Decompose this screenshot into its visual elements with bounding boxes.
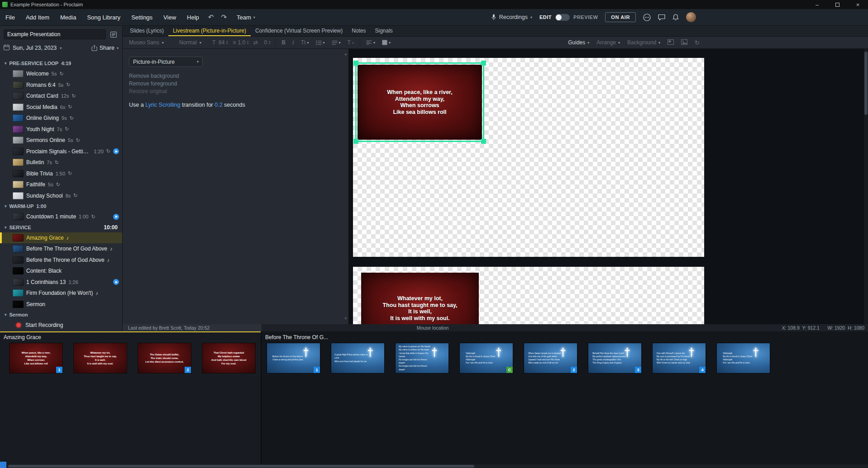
service-item-social-media[interactable]: Social Media6s↻ xyxy=(0,102,122,113)
slide-thumbnail[interactable]: Tho Satan should buffet, Tho trials shou… xyxy=(138,343,191,373)
presentation-list-icon[interactable] xyxy=(109,29,119,39)
minimize-button[interactable]: – xyxy=(807,0,827,9)
service-item-welcome[interactable]: Welcome5s↻ xyxy=(0,68,122,80)
font-family-select[interactable]: Museo Sans ▾ xyxy=(129,39,174,46)
media-placeholder-icon[interactable] xyxy=(681,39,687,46)
menu-item-help[interactable]: Help xyxy=(187,14,199,21)
service-item-content-black[interactable]: Content: Black xyxy=(0,265,122,277)
service-item-amazing-grace[interactable]: Amazing Grace♪ xyxy=(0,232,122,244)
more-options-icon[interactable] xyxy=(643,14,651,21)
fill-color-button[interactable]: ▾ xyxy=(381,40,391,45)
selection-outline[interactable] xyxy=(355,62,484,142)
slide-thumbnail[interactable]: My name is graven on His hands My name i… xyxy=(396,343,448,373)
scroll-down-icon[interactable]: ▾ xyxy=(344,316,347,321)
slide-canvas-2[interactable]: Whatever my lot, Thou hast taught me to … xyxy=(353,267,704,324)
user-avatar[interactable] xyxy=(686,12,696,22)
service-item-firm-foundation-he-won-t[interactable]: Firm Foundation (He Won't)♪ xyxy=(0,288,122,299)
menu-item-add-item[interactable]: Add Item xyxy=(26,14,49,21)
scrollbar-thumb[interactable] xyxy=(8,465,474,468)
service-item-sermon[interactable]: Sermon xyxy=(0,299,122,310)
pip-mode-select[interactable]: Picture-in-Picture ▾ xyxy=(129,57,203,67)
undo-icon[interactable]: ↶ xyxy=(208,13,214,21)
play-button[interactable] xyxy=(113,279,119,285)
service-item-faithlife[interactable]: Faithlife5s↻ xyxy=(0,179,122,190)
resize-handle[interactable] xyxy=(353,139,358,144)
on-air-button[interactable]: ON AIR xyxy=(605,12,636,22)
service-item-contact-card[interactable]: Contact Card12s↻ xyxy=(0,90,122,102)
tab-livestream-picture-in-picture[interactable]: Livestream (Picture-in-Picture) xyxy=(168,25,251,36)
scroll-up-icon[interactable]: ▴ xyxy=(344,52,347,56)
guides-menu[interactable]: Guides ▾ xyxy=(568,39,589,46)
background-menu[interactable]: Background ▾ xyxy=(627,39,660,46)
italic-button[interactable]: I xyxy=(291,39,295,46)
presentation-name-input[interactable] xyxy=(4,29,106,39)
service-item-before-the-throne-of-god-above[interactable]: Before The Throne Of God Above♪ xyxy=(0,243,122,255)
slide-canvas-1[interactable]: When peace, like a river, Attendeth my w… xyxy=(353,58,704,257)
slide-thumbnail[interactable]: When Satan tempts me to despair And tell… xyxy=(524,343,577,373)
play-button[interactable] xyxy=(113,148,119,154)
section-header-service[interactable]: ▾SERVICE10:00 xyxy=(0,222,122,232)
tab-slides-lyrics[interactable]: Slides (Lyrics) xyxy=(125,25,168,36)
pip-video-box[interactable]: Whatever my lot, Thou hast taught me to … xyxy=(361,273,479,324)
spinner-arrows-ic on[interactable]: ▴▾ xyxy=(247,40,248,45)
menu-item-song-library[interactable]: Song Library xyxy=(87,14,120,21)
alignment-button[interactable]: ▾ xyxy=(365,40,376,45)
list-style-button[interactable]: ▾ xyxy=(331,40,342,45)
slide-thumbnail[interactable]: When peace, like a river, Attendeth my w… xyxy=(10,343,62,373)
service-item-sermons-online[interactable]: Sermons Online5s↻ xyxy=(0,135,122,146)
section-header-warm-up[interactable]: ▾WARM-UP1:00 xyxy=(0,201,122,211)
remove-background-link[interactable]: Remove background xyxy=(129,72,342,80)
scroll-home-button[interactable] xyxy=(0,462,6,468)
menu-item-settings[interactable]: Settings xyxy=(131,14,153,21)
line-spacing-spinner[interactable]: ≡ 1.0 ▴▾ xyxy=(233,39,248,46)
bullet-list-button[interactable]: ▾ xyxy=(315,40,326,45)
spinner-arrows-icon[interactable]: ▴▾ xyxy=(226,40,228,45)
menu-item-view[interactable]: View xyxy=(163,14,176,21)
resize-handle[interactable] xyxy=(481,61,486,66)
layout-grid-icon[interactable] xyxy=(668,39,674,46)
slide-thumbnail[interactable]: Whatever my lot, Thou hast taught me to … xyxy=(74,343,127,373)
section-header-pre-service-loop[interactable]: ▾PRE-SERVICE LOOP4:19 xyxy=(0,58,122,68)
resize-handle[interactable] xyxy=(353,61,358,66)
lyric-scrolling-link[interactable]: Lyric Scrolling xyxy=(145,102,180,108)
service-item-youth-night[interactable]: Youth Night7s↻ xyxy=(0,124,122,135)
notifications-bell-icon[interactable] xyxy=(672,14,679,21)
tab-notes[interactable]: Notes xyxy=(347,25,370,36)
section-header-sermon[interactable]: ▾Sermon xyxy=(0,310,122,320)
clear-formatting-button[interactable]: Tx xyxy=(347,39,355,46)
spinner-arrows-icon[interactable]: ▴▾ xyxy=(269,40,270,45)
bold-button[interactable]: B xyxy=(281,39,286,46)
service-item-proclaim-signals-getting-st[interactable]: Proclaim Signals - Getting St...1:20↻ xyxy=(0,146,122,157)
canvas-scrollbar[interactable] xyxy=(864,49,868,324)
redo-icon[interactable]: ↷ xyxy=(221,13,227,21)
slide-thumbnail[interactable]: Hallelujah My life is found in Jesus Chr… xyxy=(460,343,513,373)
slide-thumbnail[interactable]: That Christ hath regarded My helpless es… xyxy=(202,343,255,373)
service-item-romans-6-4[interactable]: Romans 6:45s↻ xyxy=(0,80,122,91)
service-item-countdown-1-minute[interactable]: Countdown 1 minute1:00↻ xyxy=(0,211,122,222)
service-item-bulletin[interactable]: Bulletin7s↻ xyxy=(0,157,122,168)
team-menu[interactable]: Team ▾ xyxy=(237,14,255,21)
chat-icon[interactable] xyxy=(658,14,665,20)
maximize-button[interactable] xyxy=(827,0,848,9)
tab-confidence-virtual-screen-preview[interactable]: Confidence (Virtual Screen Preview) xyxy=(251,25,347,36)
edit-preview-toggle[interactable] xyxy=(555,14,570,21)
font-size-spinner[interactable]: T 84 ▴▾ xyxy=(212,39,228,46)
scrollbar-thumb[interactable] xyxy=(864,52,868,115)
filmstrip-scrollbar[interactable] xyxy=(0,464,868,468)
font-style-select[interactable]: Normal ▾ xyxy=(179,39,207,46)
recordings-menu[interactable]: Recordings ▾ xyxy=(491,14,532,20)
restore-original-link[interactable]: Restore original xyxy=(129,88,342,95)
service-date[interactable]: Sun, Jul 23, 2023 xyxy=(13,45,57,51)
play-button[interactable] xyxy=(113,214,119,220)
service-item-before-the-throne-of-god-above[interactable]: Before the Throne of God Above♪ xyxy=(0,255,122,266)
arrange-menu[interactable]: Arrange ▾ xyxy=(596,39,620,46)
remove-foreground-link[interactable]: Remove foreground xyxy=(129,80,342,88)
menu-item-media[interactable]: Media xyxy=(60,14,76,21)
transition-duration-link[interactable]: 0.2 xyxy=(215,102,222,108)
slide-thumbnail[interactable]: A great High Priest whose name is Love W… xyxy=(331,343,384,373)
slide-thumbnail[interactable]: Before the throne of God above I have a … xyxy=(267,343,320,373)
service-item-sunday-school[interactable]: Sunday School8s↻ xyxy=(0,190,122,202)
tab-signals[interactable]: Signals xyxy=(371,25,397,36)
service-item-bible-trivia[interactable]: Bible Trivia1:50↻ xyxy=(0,168,122,180)
slide-thumbnail[interactable]: One with Himself I cannot die My soul is… xyxy=(653,343,706,373)
